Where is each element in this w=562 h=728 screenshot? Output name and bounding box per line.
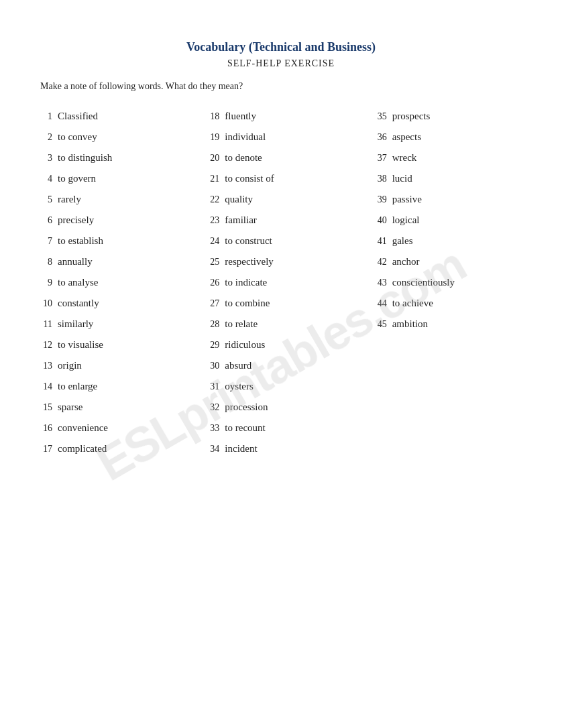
word-number: 8 [34,257,52,267]
list-item: 42anchor [368,256,528,267]
list-item: 3to distinguish [34,152,194,164]
word-label: to visualise [58,339,103,351]
list-item: 45ambition [368,318,528,330]
word-label: to construct [225,235,272,247]
list-item: 9to analyse [34,277,194,288]
word-number: 15 [34,402,52,413]
word-number: 19 [201,132,219,143]
word-number: 37 [368,153,387,164]
word-label: to analyse [58,277,98,288]
list-item: 24to construct [201,235,361,247]
word-label: annually [58,256,93,267]
word-number: 21 [201,174,219,184]
word-label: anchor [392,256,420,267]
word-number: 13 [34,361,52,371]
word-number: 24 [201,236,219,247]
word-label: individual [225,131,266,143]
word-number: 22 [201,194,219,205]
list-item: 21to consist of [201,173,361,184]
word-number: 1 [34,111,52,122]
word-label: complicated [58,443,107,454]
word-number: 25 [201,257,219,267]
word-label: to recount [225,422,265,434]
list-item: 26to indicate [201,277,361,288]
list-item: 6precisely [34,215,194,226]
word-label: similarly [58,318,93,330]
list-item: 12to visualise [34,339,194,351]
word-label: wreck [392,152,417,164]
word-number: 10 [34,298,52,309]
list-item: 43conscientiously [368,277,528,288]
instruction: Make a note of following words. What do … [40,81,528,92]
word-number: 33 [201,423,219,434]
word-number: 31 [201,381,219,392]
word-number: 11 [34,319,52,330]
word-number: 4 [34,174,52,184]
word-label: to indicate [225,277,267,288]
subtitle: SELF-HELP EXERCISE [34,58,528,69]
list-item: 14to enlarge [34,381,194,392]
word-number: 42 [368,257,387,267]
word-label: prospects [392,111,431,122]
word-label: fluently [225,111,256,122]
word-number: 5 [34,194,52,205]
word-list-col1: 1Classified2to convey3to distinguish4to … [34,111,194,464]
list-item: 33to recount [201,422,361,434]
word-label: convenience [58,422,108,434]
list-item: 17complicated [34,443,194,454]
word-number: 36 [368,132,387,143]
word-label: sparse [58,402,83,413]
list-item: 35prospects [368,111,528,122]
word-label: to govern [58,173,96,184]
word-label: logical [392,215,420,226]
word-number: 6 [34,215,52,226]
word-label: gales [392,235,413,247]
list-item: 40logical [368,215,528,226]
word-label: incident [225,443,257,454]
word-number: 7 [34,236,52,247]
word-label: to relate [225,318,258,330]
word-label: quality [225,194,253,205]
list-item: 15sparse [34,402,194,413]
list-item: 4to govern [34,173,194,184]
word-label: absurd [225,360,251,371]
list-item: 1Classified [34,111,194,122]
word-label: familiar [225,215,256,226]
word-number: 3 [34,153,52,164]
list-item: 38lucid [368,173,528,184]
list-item: 41gales [368,235,528,247]
word-number: 17 [34,444,52,454]
word-number: 16 [34,423,52,434]
word-label: rarely [58,194,81,205]
word-number: 39 [368,194,387,205]
list-item: 37wreck [368,152,528,164]
word-label: respectively [225,256,273,267]
word-number: 30 [201,361,219,371]
word-number: 14 [34,381,52,392]
word-label: to consist of [225,173,274,184]
word-label: to combine [225,298,270,309]
page-title: Vocabulary (Technical and Business) [34,40,528,54]
word-number: 29 [201,340,219,351]
list-item: 39passive [368,194,528,205]
word-number: 32 [201,402,219,413]
list-item: 27to combine [201,298,361,309]
list-item: 23familiar [201,215,361,226]
word-number: 35 [368,111,387,122]
list-item: 10constantly [34,298,194,309]
word-label: to establish [58,235,103,247]
word-number: 34 [201,444,219,454]
word-label: to distinguish [58,152,112,164]
word-number: 28 [201,319,219,330]
list-item: 16convenience [34,422,194,434]
word-label: precisely [58,215,94,226]
word-number: 44 [368,298,387,309]
list-item: 32procession [201,402,361,413]
word-label: Classified [58,111,98,122]
word-number: 18 [201,111,219,122]
word-number: 12 [34,340,52,351]
word-number: 9 [34,278,52,288]
list-item: 22quality [201,194,361,205]
list-item: 30absurd [201,360,361,371]
word-number: 45 [368,319,387,330]
